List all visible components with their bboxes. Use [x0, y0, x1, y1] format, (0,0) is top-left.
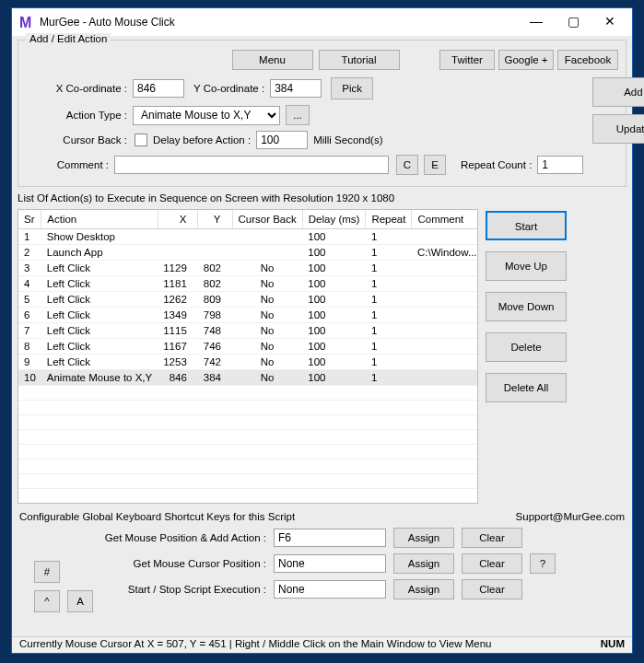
add-edit-group: Add / Edit Action Menu Tutorial Twitter …: [18, 40, 626, 187]
table-row-empty: [18, 473, 478, 488]
maximize-button[interactable]: ▢: [555, 9, 591, 35]
table-row-empty: [18, 429, 478, 444]
minimize-button[interactable]: —: [518, 9, 555, 35]
sc1-input[interactable]: [274, 529, 386, 547]
comment-input[interactable]: [114, 156, 389, 174]
status-num: NUM: [601, 638, 625, 652]
menu-button[interactable]: Menu: [232, 50, 313, 70]
delete-all-button[interactable]: Delete All: [486, 373, 567, 402]
action-type-more-button[interactable]: ...: [286, 105, 310, 125]
table-row[interactable]: 9Left Click1253742No1001: [18, 354, 478, 369]
sc2-clear-button[interactable]: Clear: [462, 553, 522, 574]
c-button[interactable]: C: [396, 155, 418, 175]
table-row[interactable]: 3Left Click1129802No1001: [18, 260, 478, 275]
sc1-label: Get Mouse Position & Add Action :: [18, 532, 266, 543]
table-row[interactable]: 4Left Click1181802No1001: [18, 275, 478, 291]
col-delay[interactable]: Delay (ms): [302, 210, 366, 228]
sc3-assign-button[interactable]: Assign: [393, 579, 454, 599]
sc1-assign-button[interactable]: Assign: [393, 528, 454, 548]
window-title: MurGee - Auto Mouse Click: [40, 16, 518, 29]
action-grid[interactable]: Sr Action X Y Cursor Back Delay (ms) Rep…: [18, 209, 478, 504]
google-plus-button[interactable]: Google +: [498, 50, 554, 70]
comment-label: Comment :: [26, 159, 109, 170]
y-coord-label: Y Co-ordinate :: [193, 83, 264, 94]
cursor-back-label: Cursor Back :: [26, 134, 127, 145]
sc3-input[interactable]: [274, 580, 386, 599]
col-repeat[interactable]: Repeat: [366, 210, 412, 228]
table-row[interactable]: 1Show Desktop1001: [18, 228, 478, 244]
delete-button[interactable]: Delete: [486, 332, 567, 362]
delay-input[interactable]: [256, 131, 308, 149]
col-comment[interactable]: Comment: [412, 210, 478, 228]
x-coord-label: X Co-ordinate :: [26, 83, 127, 94]
col-sr[interactable]: Sr: [18, 210, 41, 228]
client-area: Add / Edit Action Menu Tutorial Twitter …: [12, 36, 632, 636]
add-edit-legend: Add / Edit Action: [26, 33, 111, 44]
app-logo-icon: M: [19, 15, 34, 29]
app-window: M MurGee - Auto Mouse Click — ▢ ✕ Add / …: [11, 7, 633, 654]
table-row-empty: [18, 414, 478, 429]
caret-button[interactable]: ^: [34, 590, 60, 612]
table-row[interactable]: 10Animate Mouse to X,Y846384No1001: [18, 369, 478, 385]
repeat-count-input[interactable]: [537, 156, 583, 174]
action-list-caption: List Of Action(s) to Execute in Sequence…: [18, 192, 626, 204]
close-button[interactable]: ✕: [591, 9, 628, 35]
tutorial-button[interactable]: Tutorial: [319, 50, 400, 70]
table-row-empty: [18, 400, 478, 414]
shortcuts-caption: Configurable Global Keyboard Shortcut Ke…: [19, 511, 295, 522]
table-row[interactable]: 6Left Click1349798No1001: [18, 307, 478, 322]
pick-button[interactable]: Pick: [331, 77, 373, 99]
col-cursor-back[interactable]: Cursor Back: [232, 210, 302, 228]
repeat-count-label: Repeat Count :: [461, 159, 532, 170]
status-text: Currently Mouse Cursor At X = 507, Y = 4…: [19, 638, 491, 652]
facebook-button[interactable]: Facebook: [557, 50, 618, 70]
support-link[interactable]: Support@MurGee.com: [516, 511, 625, 522]
col-action[interactable]: Action: [41, 210, 158, 228]
sc2-input[interactable]: [274, 554, 386, 573]
delay-unit-label: Milli Second(s): [313, 134, 382, 145]
y-coord-input[interactable]: [270, 79, 322, 98]
col-y[interactable]: Y: [198, 210, 232, 228]
table-row[interactable]: 7Left Click1115748No1001: [18, 322, 478, 338]
delay-label: Delay before Action :: [153, 134, 251, 145]
update-button[interactable]: Update: [592, 114, 644, 144]
add-button[interactable]: Add: [592, 77, 644, 107]
table-row-empty: [18, 385, 478, 400]
a-button[interactable]: A: [67, 590, 93, 612]
grid-header-row: Sr Action X Y Cursor Back Delay (ms) Rep…: [18, 210, 478, 228]
sc2-assign-button[interactable]: Assign: [393, 553, 454, 574]
table-row-empty: [18, 488, 478, 503]
titlebar[interactable]: M MurGee - Auto Mouse Click — ▢ ✕: [12, 8, 632, 36]
table-row[interactable]: 8Left Click1167746No1001: [18, 338, 478, 354]
table-row-empty: [18, 459, 478, 473]
action-type-select[interactable]: Animate Mouse to X,Y: [133, 106, 280, 125]
sc1-clear-button[interactable]: Clear: [462, 528, 522, 548]
action-type-label: Action Type :: [26, 110, 127, 121]
cursor-back-checkbox[interactable]: [135, 134, 147, 146]
table-row-empty: [18, 444, 478, 459]
table-row[interactable]: 5Left Click1262809No1001: [18, 291, 478, 307]
move-down-button[interactable]: Move Down: [486, 292, 567, 321]
table-row[interactable]: 2Launch App1001C:\Window...: [18, 244, 478, 260]
move-up-button[interactable]: Move Up: [486, 251, 567, 281]
start-button[interactable]: Start: [486, 211, 567, 240]
e-button[interactable]: E: [424, 155, 446, 175]
status-bar: Currently Mouse Cursor At X = 507, Y = 4…: [12, 636, 632, 653]
twitter-button[interactable]: Twitter: [439, 50, 495, 70]
sc3-clear-button[interactable]: Clear: [462, 579, 522, 599]
x-coord-input[interactable]: [133, 79, 184, 98]
help-button[interactable]: ?: [530, 553, 556, 574]
col-x[interactable]: X: [158, 210, 198, 228]
hash-button[interactable]: #: [34, 561, 60, 583]
